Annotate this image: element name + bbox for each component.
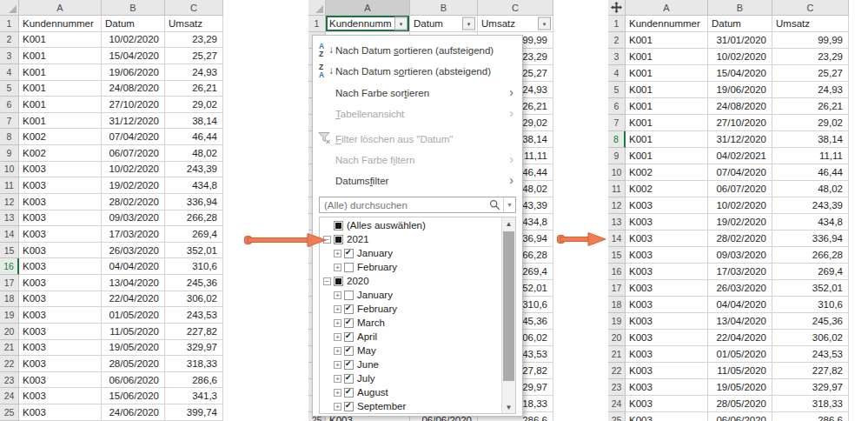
data-cell[interactable]: 99,99 (772, 32, 849, 49)
data-cell[interactable]: 48,02 (772, 181, 849, 197)
data-cell[interactable]: 269,4 (165, 226, 223, 243)
row-header-18[interactable]: 18 (608, 297, 626, 313)
data-cell[interactable]: 13/04/2020 (102, 275, 165, 291)
data-cell[interactable]: 01/05/2020 (708, 346, 772, 363)
row-header-23[interactable]: 23 (608, 379, 626, 396)
data-cell[interactable]: K003 (626, 214, 708, 231)
search-dropdown-icon[interactable]: ▾ (503, 197, 515, 212)
data-cell[interactable]: K001 (626, 82, 708, 98)
data-cell[interactable]: K003 (19, 226, 102, 243)
data-cell[interactable]: 01/05/2020 (102, 307, 165, 324)
row-header-21[interactable]: 21 (0, 340, 19, 357)
data-cell[interactable]: 352,01 (165, 243, 223, 259)
scrollbar[interactable]: ▲ ▼ (501, 217, 515, 413)
data-cell[interactable]: 25,27 (165, 48, 223, 64)
data-cell[interactable]: K003 (626, 346, 708, 363)
data-cell[interactable]: 31/12/2020 (102, 113, 165, 130)
data-cell[interactable]: K003 (626, 197, 708, 214)
data-cell[interactable]: 336,94 (165, 194, 223, 210)
collapse-icon[interactable]: − (323, 277, 331, 285)
data-cell[interactable]: 19/06/2020 (708, 82, 772, 98)
header-cell-B[interactable]: Datum▾ (410, 16, 478, 32)
expand-icon[interactable]: + (334, 389, 341, 397)
header-cell-B[interactable]: Datum (708, 16, 772, 32)
data-cell[interactable]: K002 (19, 145, 102, 162)
row-header-15[interactable]: 15 (0, 243, 19, 259)
row-header-17[interactable]: 17 (0, 275, 19, 291)
filter-dropdown-button-A[interactable]: ▾ (394, 17, 407, 30)
row-header-19[interactable]: 19 (0, 307, 19, 324)
data-cell[interactable]: K001 (19, 64, 102, 81)
data-cell[interactable]: K001 (19, 97, 102, 113)
select-all-corner[interactable] (308, 0, 326, 16)
data-cell[interactable]: 31/12/2020 (708, 131, 772, 148)
data-cell[interactable]: 06/06/2020 (102, 372, 165, 389)
column-header-A[interactable]: A (19, 0, 102, 16)
row-header-6[interactable]: 6 (0, 97, 19, 113)
column-header-B[interactable]: B (410, 0, 478, 16)
select-all-corner[interactable] (608, 0, 626, 16)
data-cell[interactable]: 29,02 (772, 115, 849, 131)
data-cell[interactable]: 46,44 (165, 129, 223, 145)
data-cell[interactable]: K001 (626, 131, 708, 148)
data-cell[interactable]: K003 (626, 313, 708, 330)
checkbox-checked[interactable] (344, 332, 354, 342)
data-cell[interactable]: 310,6 (772, 297, 849, 313)
data-cell[interactable]: 13/04/2020 (708, 313, 772, 330)
data-cell[interactable]: 25,27 (772, 65, 849, 82)
filter-dropdown-button-B[interactable]: ▾ (462, 17, 475, 30)
filter-tree-item[interactable]: +March (320, 316, 501, 330)
expand-icon[interactable]: + (334, 333, 341, 341)
data-cell[interactable]: 245,36 (165, 275, 223, 291)
data-cell[interactable]: K003 (19, 372, 102, 389)
row-header-13[interactable]: 13 (608, 214, 626, 231)
data-cell[interactable]: 19/02/2020 (102, 177, 165, 194)
data-cell[interactable]: K001 (19, 32, 102, 49)
data-cell[interactable]: 318,33 (772, 396, 849, 412)
row-header-7[interactable]: 7 (608, 115, 626, 131)
data-cell[interactable]: K003 (626, 412, 708, 421)
data-cell[interactable]: K001 (19, 81, 102, 97)
data-cell[interactable]: K003 (19, 291, 102, 308)
checkbox-unchecked[interactable] (344, 263, 354, 272)
data-cell[interactable]: 31/01/2020 (708, 32, 772, 49)
data-cell[interactable]: 286,6 (772, 412, 849, 421)
data-cell[interactable]: K001 (19, 113, 102, 130)
data-cell[interactable]: 24/06/2020 (102, 404, 165, 421)
data-cell[interactable]: 28/05/2020 (102, 356, 165, 372)
data-cell[interactable]: 310,6 (165, 258, 223, 275)
column-header-A[interactable]: A (626, 0, 708, 16)
filter-tree-item[interactable]: −2020 (320, 274, 501, 288)
data-cell[interactable]: K003 (19, 324, 102, 340)
header-cell-B[interactable]: Datum (102, 16, 165, 32)
data-cell[interactable]: 48,02 (165, 145, 223, 162)
checkbox-checked[interactable] (344, 360, 354, 370)
data-cell[interactable]: 38,14 (772, 131, 849, 148)
data-cell[interactable]: K003 (19, 307, 102, 324)
data-cell[interactable]: K003 (626, 280, 708, 297)
data-cell[interactable]: K001 (626, 65, 708, 82)
column-header-B[interactable]: B (708, 0, 772, 16)
data-cell[interactable]: 17/03/2020 (102, 226, 165, 243)
row-header-12[interactable]: 12 (608, 197, 626, 214)
data-cell[interactable]: K003 (626, 231, 708, 247)
data-cell[interactable]: 07/04/2020 (102, 129, 165, 145)
checkbox-checked[interactable] (344, 249, 354, 258)
data-cell[interactable]: 28/05/2020 (708, 396, 772, 412)
expand-icon[interactable]: + (334, 291, 341, 299)
data-cell[interactable]: K001 (626, 49, 708, 65)
row-header-12[interactable]: 12 (0, 194, 19, 210)
row-header-7[interactable]: 7 (0, 113, 19, 130)
column-header-A[interactable]: A (326, 0, 410, 16)
filter-tree-item[interactable]: +February (320, 302, 501, 316)
filter-tree-item[interactable]: +July (320, 371, 501, 385)
data-cell[interactable]: 318,33 (165, 356, 223, 372)
data-cell[interactable]: K003 (19, 210, 102, 227)
data-cell[interactable]: 06/07/2020 (102, 145, 165, 162)
row-header-9[interactable]: 9 (608, 148, 626, 164)
expand-icon[interactable]: + (334, 361, 341, 369)
row-header-1[interactable]: 1 (0, 16, 19, 32)
filter-tree-item[interactable]: +August (320, 385, 501, 399)
data-cell[interactable]: 15/06/2020 (102, 388, 165, 404)
row-header-1[interactable]: 1 (308, 16, 326, 32)
